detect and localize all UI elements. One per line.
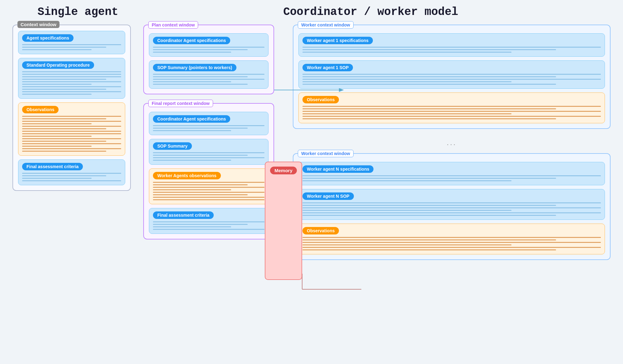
line bbox=[302, 239, 556, 240]
line bbox=[302, 247, 601, 248]
sop-card: Standard Operating procedure bbox=[18, 58, 125, 99]
line bbox=[153, 74, 264, 75]
sop-summary-pointers-label: SOP Summary (pointers to workers) bbox=[153, 64, 236, 71]
worker-agents-obs-label: Worker Agents observations bbox=[153, 172, 221, 179]
line bbox=[22, 123, 92, 124]
line bbox=[153, 226, 231, 227]
line bbox=[302, 202, 601, 203]
agent-specs-label: Agent specifications bbox=[22, 34, 74, 42]
line bbox=[22, 49, 92, 50]
line bbox=[153, 199, 264, 200]
agent-specs-card: Agent specifications bbox=[18, 31, 125, 54]
plan-window-label: Plan context window bbox=[148, 21, 198, 29]
line bbox=[302, 106, 601, 107]
line bbox=[302, 111, 601, 112]
line bbox=[153, 182, 264, 183]
coordinator-worker-title: Coordinator / worker model bbox=[283, 6, 458, 18]
coord-agent-specs-card: Coordinator Agent specifications bbox=[149, 33, 269, 57]
line bbox=[302, 76, 556, 77]
sop-summary-label2: SOP Summary bbox=[153, 142, 192, 150]
line bbox=[302, 81, 511, 82]
line bbox=[22, 128, 106, 129]
worker1-sop-card: Worker agent 1 SOP bbox=[298, 60, 605, 89]
line bbox=[153, 155, 248, 156]
line bbox=[22, 91, 121, 92]
line bbox=[22, 126, 121, 127]
worker1-obs-card: Observations bbox=[298, 92, 605, 123]
workerN-specs-card: Worker agent N specifications bbox=[298, 162, 605, 185]
line bbox=[302, 84, 556, 85]
line bbox=[22, 86, 121, 87]
line bbox=[22, 138, 121, 139]
worker1-specs-label: Worker agent 1 specifications bbox=[302, 37, 373, 44]
line bbox=[302, 49, 556, 50]
line bbox=[22, 151, 106, 152]
line bbox=[153, 81, 231, 82]
line bbox=[22, 133, 121, 134]
line bbox=[22, 116, 121, 117]
line bbox=[22, 84, 92, 85]
worker1-context-window: Worker context window Worker agent 1 spe… bbox=[293, 25, 611, 129]
line bbox=[22, 79, 106, 80]
line bbox=[153, 125, 264, 126]
line bbox=[153, 194, 248, 195]
line bbox=[153, 52, 231, 53]
observations-card: Observations bbox=[18, 102, 125, 156]
workerN-window-label: Worker context window bbox=[298, 150, 354, 157]
final-report-label: Final report context window bbox=[148, 100, 213, 107]
line bbox=[302, 108, 556, 109]
line bbox=[153, 224, 248, 225]
line bbox=[153, 184, 248, 185]
context-window-label: Context window bbox=[17, 21, 59, 28]
line bbox=[22, 47, 106, 48]
line bbox=[22, 148, 121, 149]
line bbox=[302, 212, 601, 213]
workerN-context-window: Worker context window Worker agent N spe… bbox=[293, 153, 611, 260]
memory-label: Memory bbox=[270, 167, 297, 174]
workerN-specs-label: Worker agent N specifications bbox=[302, 165, 373, 173]
line bbox=[302, 116, 601, 117]
line bbox=[302, 249, 556, 250]
center-col: Plan context window Coordinator Agent sp… bbox=[143, 25, 274, 260]
worker1-specs-card: Worker agent 1 specifications bbox=[298, 33, 605, 57]
line bbox=[22, 141, 106, 142]
workerN-sop-label: Worker agent N SOP bbox=[302, 192, 354, 200]
line bbox=[22, 76, 121, 77]
line bbox=[302, 244, 511, 245]
line bbox=[22, 94, 92, 95]
coord-agent-specs-label: Coordinator Agent specifications bbox=[153, 37, 230, 44]
ellipsis: ... bbox=[293, 135, 611, 150]
line bbox=[302, 74, 601, 75]
line bbox=[22, 118, 106, 119]
line bbox=[22, 180, 121, 181]
line bbox=[22, 89, 106, 90]
worker1-sop-label: Worker agent 1 SOP bbox=[302, 64, 353, 71]
single-agent-column: Context window Agent specifications Stan… bbox=[12, 25, 131, 191]
workers-col: Worker context window Worker agent 1 spe… bbox=[293, 25, 611, 260]
line bbox=[153, 79, 264, 80]
line bbox=[153, 160, 231, 161]
workerN-sop-card: Worker agent N SOP bbox=[298, 189, 605, 220]
line bbox=[22, 121, 121, 122]
plan-context-window: Plan context window Coordinator Agent sp… bbox=[143, 25, 274, 94]
line bbox=[302, 180, 511, 181]
final-assessment-card2: Final assessment criteria bbox=[149, 208, 269, 234]
line bbox=[302, 207, 601, 208]
line bbox=[153, 128, 248, 129]
line bbox=[153, 152, 264, 153]
line bbox=[302, 47, 601, 48]
workerN-obs-card: Observations bbox=[298, 224, 605, 254]
line bbox=[153, 130, 231, 131]
line bbox=[302, 113, 511, 114]
memory-box-wrapper: Memory bbox=[265, 162, 302, 280]
sop-summary-card2: SOP Summary bbox=[149, 139, 269, 165]
final-assessment-card: Final assessment criteria bbox=[18, 159, 125, 185]
line bbox=[302, 118, 556, 119]
line bbox=[153, 192, 264, 193]
line bbox=[22, 178, 92, 179]
line bbox=[22, 131, 121, 132]
line bbox=[153, 229, 264, 230]
line bbox=[22, 81, 121, 82]
line bbox=[22, 136, 92, 137]
line bbox=[153, 221, 264, 222]
